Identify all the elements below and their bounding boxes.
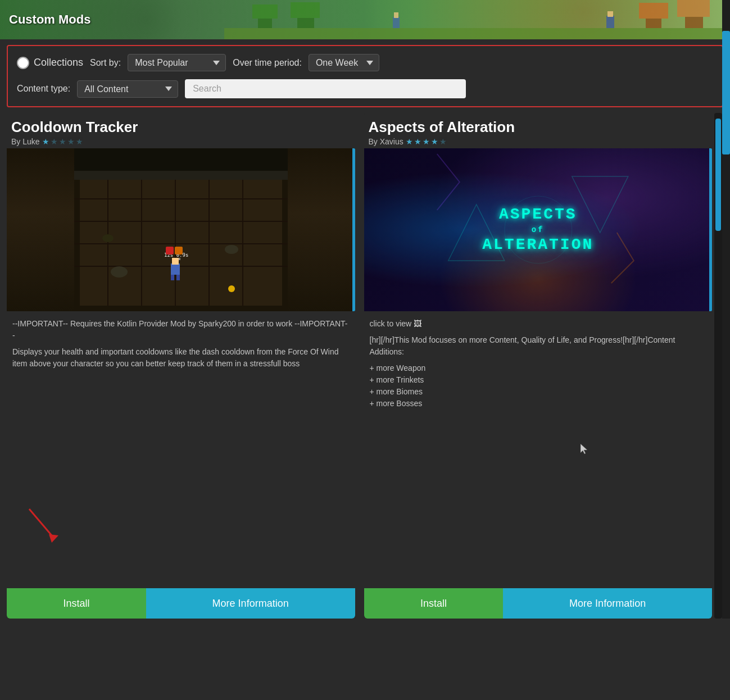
description-aspects: click to view 🖼 [hr][/hr]This Mod focuse… bbox=[364, 311, 713, 588]
thumbnail-wrapper-cooldown: 12s 0.9s bbox=[7, 148, 355, 311]
svg-rect-36 bbox=[172, 258, 179, 265]
card-actions-cooldown: Install More Information bbox=[7, 588, 355, 619]
scrollbar-thumb[interactable] bbox=[715, 119, 721, 231]
thumbnail-wrapper-aspects: ASPECTS of ALTERATION bbox=[364, 148, 713, 311]
collections-label: Collections bbox=[34, 57, 83, 69]
mod-author-cooldown: By Luke ★ ★ ★ ★ ★ bbox=[11, 137, 351, 146]
svg-rect-3 bbox=[252, 4, 278, 19]
filter-row-bottom: Content type: All Content Mods Collectio… bbox=[17, 79, 713, 98]
card-actions-aspects: Install More Information bbox=[364, 588, 713, 619]
mod-card-cooldown: Cooldown Tracker By Luke ★ ★ ★ ★ ★ bbox=[7, 113, 355, 619]
svg-rect-13 bbox=[607, 11, 613, 17]
cards-grid: Cooldown Tracker By Luke ★ ★ ★ ★ ★ bbox=[7, 113, 712, 619]
stars-cooldown: ★ ★ ★ ★ ★ bbox=[42, 137, 83, 146]
card-header-aspects: Aspects of Alteration By Xavius ★ ★ ★ ★ … bbox=[364, 113, 713, 148]
scroll-accent-aspects bbox=[709, 148, 712, 311]
header-banner: Custom Mods bbox=[0, 0, 730, 39]
install-button-cooldown[interactable]: Install bbox=[7, 588, 146, 619]
svg-point-27 bbox=[111, 266, 128, 278]
collections-radio[interactable] bbox=[17, 57, 29, 69]
content-type-label: Content type: bbox=[17, 84, 70, 94]
sort-by-label: Sort by: bbox=[90, 58, 121, 68]
more-info-button-cooldown[interactable]: More Information bbox=[146, 588, 355, 619]
aspects-text: ASPECTS of ALTERATION bbox=[482, 204, 593, 256]
scrollbar-track[interactable] bbox=[714, 113, 722, 619]
filter-bar: Collections Sort by: Most Popular Newest… bbox=[7, 45, 723, 107]
svg-rect-9 bbox=[677, 0, 710, 17]
description-cooldown: --IMPORTANT-- Requires the Kotlin Provid… bbox=[7, 311, 355, 588]
svg-rect-37 bbox=[171, 275, 174, 280]
svg-rect-5 bbox=[291, 2, 320, 18]
svg-rect-12 bbox=[606, 16, 614, 28]
scroll-accent-cooldown bbox=[352, 148, 355, 311]
svg-rect-7 bbox=[639, 3, 668, 19]
svg-point-28 bbox=[225, 245, 238, 254]
svg-rect-35 bbox=[171, 263, 180, 275]
content-area: Cooldown Tracker By Luke ★ ★ ★ ★ ★ bbox=[0, 113, 730, 619]
app-title: Custom Mods bbox=[9, 12, 90, 27]
mod-title-aspects: Aspects of Alteration bbox=[369, 119, 708, 136]
svg-rect-33 bbox=[166, 247, 174, 254]
filter-row-top: Collections Sort by: Most Popular Newest… bbox=[17, 54, 713, 71]
search-input[interactable] bbox=[185, 79, 466, 98]
mod-card-aspects: Aspects of Alteration By Xavius ★ ★ ★ ★ … bbox=[364, 113, 713, 619]
card-header-cooldown: Cooldown Tracker By Luke ★ ★ ★ ★ ★ bbox=[7, 113, 355, 148]
thumbnail-aspects: ASPECTS of ALTERATION bbox=[364, 148, 713, 311]
over-time-select[interactable]: One Week One Month All Time bbox=[309, 54, 379, 71]
svg-rect-38 bbox=[176, 275, 180, 280]
content-type-select[interactable]: All Content Mods Collections Tools bbox=[77, 80, 178, 98]
sort-by-select[interactable]: Most Popular Newest Most Downloaded Top … bbox=[128, 54, 226, 71]
more-info-button-aspects[interactable]: More Information bbox=[503, 588, 712, 619]
mod-author-aspects: By Xavius ★ ★ ★ ★ ★ bbox=[369, 137, 708, 146]
svg-rect-26 bbox=[74, 171, 288, 180]
install-button-aspects[interactable]: Install bbox=[364, 588, 504, 619]
thumbnail-cooldown: 12s 0.9s bbox=[7, 148, 355, 311]
collections-toggle[interactable]: Collections bbox=[17, 57, 83, 69]
outer-scrollbar-thumb[interactable] bbox=[722, 31, 730, 154]
svg-rect-10 bbox=[393, 17, 400, 28]
svg-rect-34 bbox=[175, 247, 183, 254]
svg-rect-1 bbox=[224, 28, 730, 39]
page-wrapper: Custom Mods bbox=[0, 0, 730, 619]
svg-point-30 bbox=[228, 285, 235, 292]
over-time-label: Over time period: bbox=[233, 58, 302, 68]
svg-point-29 bbox=[102, 234, 114, 242]
mod-title-cooldown: Cooldown Tracker bbox=[11, 119, 351, 136]
svg-rect-11 bbox=[394, 12, 398, 18]
stars-aspects: ★ ★ ★ ★ ★ bbox=[406, 137, 447, 146]
outer-scrollbar[interactable] bbox=[722, 0, 730, 619]
